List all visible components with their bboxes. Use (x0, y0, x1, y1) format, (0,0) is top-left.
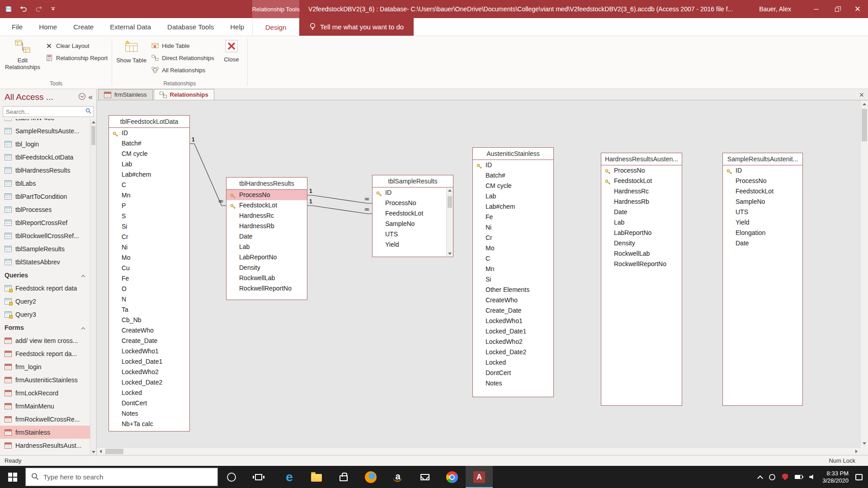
diagram-field-date[interactable]: Date (226, 231, 307, 242)
scroll-up-icon[interactable] (448, 189, 452, 192)
canvas-vertical-scrollbar[interactable] (860, 100, 868, 447)
nav-scrollbar[interactable] (90, 119, 96, 455)
diagram-field-lab-chem[interactable]: Lab#chem (473, 202, 553, 212)
diagram-field-fe[interactable]: Fe (109, 273, 189, 284)
nav-menu-icon[interactable] (78, 93, 86, 102)
tell-me-box[interactable]: Tell me what you want to do (299, 18, 414, 36)
diagram-field-ni[interactable]: Ni (473, 222, 553, 233)
diagram-field-lockedwho2[interactable]: LockedWho2 (109, 367, 189, 377)
diagram-field-labreportno[interactable]: LabReportNo (601, 228, 682, 238)
scroll-down-icon[interactable] (448, 253, 452, 255)
security-shield-icon[interactable] (782, 474, 788, 480)
ribbon-tab-home[interactable]: Home (31, 18, 65, 36)
nav-item-tblhardnessresults[interactable]: tblHardnessResults (0, 164, 90, 177)
table-scrollbar[interactable] (446, 188, 453, 256)
diagram-field-other-elements[interactable]: Other Elements (473, 285, 553, 295)
nav-search-box[interactable] (3, 106, 94, 117)
diagram-field-mn[interactable]: Mn (109, 190, 189, 201)
diagram-field-locked[interactable]: Locked (109, 388, 189, 398)
scroll-down-icon[interactable] (861, 440, 868, 447)
diagram-table-sampleresultsaustenit[interactable]: SampleResultsAustenit...IDProcessNoFeeds… (722, 153, 803, 406)
diagram-field-rockwellreportno[interactable]: RockwellReportNo (601, 259, 682, 269)
scroll-up-icon[interactable] (90, 119, 96, 125)
ribbon-tab-database-tools[interactable]: Database Tools (159, 18, 222, 36)
nav-item-tblreportcrossref[interactable]: tblReportCrossRef (0, 216, 90, 229)
nav-item-tblrockwellcrossref[interactable]: tblRockwellCrossRef... (0, 229, 90, 242)
nav-item-tblprocesses[interactable]: tblProcesses (0, 203, 90, 216)
nav-item-frmlockrecord[interactable]: frmLockRecord (0, 386, 90, 399)
cortana-button[interactable] (218, 466, 245, 488)
diagram-field-batch[interactable]: Batch# (109, 138, 189, 149)
nav-item-query3[interactable]: Query3 (0, 308, 90, 321)
firefox-button[interactable] (357, 466, 384, 488)
nav-item-tbllabs[interactable]: tblLabs (0, 177, 90, 190)
diagram-field-hardnessrb[interactable]: HardnessRb (601, 197, 682, 207)
nav-item-hardnessresultsaust[interactable]: HardnessResultsAust... (0, 439, 90, 452)
diagram-field-hardnessrc[interactable]: HardnessRc (226, 211, 307, 221)
scroll-down-icon[interactable] (90, 449, 96, 455)
diagram-field-feedstocklot[interactable]: FeedstockLot (601, 176, 682, 186)
nav-item-frmrockwellcrossre[interactable]: frmRockwellCrossRe... (0, 413, 90, 426)
nav-item-sampleresultsauste[interactable]: SampleResultsAuste... (0, 124, 90, 137)
amazon-button[interactable] (384, 466, 411, 488)
diagram-field-s[interactable]: S (109, 211, 189, 221)
diagram-field-mo[interactable]: Mo (109, 253, 189, 263)
diagram-field-yield[interactable]: Yield (373, 239, 446, 250)
relationships-canvas[interactable]: 1∞1∞1∞ tblFeedstockLotDataIDBatch#CM cyc… (97, 100, 860, 447)
relationship-report-button[interactable]: Relationship Report (45, 53, 108, 62)
ribbon-tab-file[interactable]: File (4, 18, 31, 36)
nav-item-labs-mw-400[interactable]: Labs MW 400 (0, 119, 90, 124)
table-scrollbar-thumb[interactable] (448, 196, 452, 208)
diagram-field-fe[interactable]: Fe (473, 212, 553, 222)
diagram-field-mo[interactable]: Mo (473, 243, 553, 253)
close-window-button[interactable] (847, 0, 868, 18)
nav-item-tblparttocondition[interactable]: tblPartToCondition (0, 190, 90, 203)
hide-table-button[interactable]: Hide Table (151, 41, 189, 50)
horizontal-scrollbar-thumb[interactable] (105, 449, 123, 454)
close-button[interactable]: Close (217, 38, 246, 63)
diagram-field-processno[interactable]: ProcessNo (373, 198, 446, 208)
diagram-field-lab[interactable]: Lab (601, 217, 682, 228)
diagram-field-cm-cycle[interactable]: CM cycle (473, 181, 553, 191)
diagram-field-n[interactable]: N (109, 294, 189, 305)
diagram-field-rockwellreportno[interactable]: RockwellReportNo (226, 283, 307, 294)
diagram-field-lockedwho1[interactable]: LockedWho1 (473, 316, 553, 326)
diagram-field-si[interactable]: Si (109, 221, 189, 232)
diagram-field-lockedwho2[interactable]: LockedWho2 (473, 337, 553, 347)
diagram-field-lockedwho1[interactable]: LockedWho1 (109, 346, 189, 357)
diagram-field-cm-cycle[interactable]: CM cycle (109, 149, 189, 159)
diagram-table-austeniticstainless[interactable]: AusteniticStainlessIDBatch#CM cycleLabLa… (472, 147, 554, 397)
doc-tab-relationships[interactable]: Relationships (154, 89, 214, 100)
chrome-button[interactable] (439, 466, 466, 488)
diagram-field-rockwelllab[interactable]: RockwellLab (601, 249, 682, 259)
diagram-table-tblhardnessresults[interactable]: tblHardnessResultsProcessNoFeedstockLotH… (226, 177, 307, 300)
ribbon-tab-create[interactable]: Create (65, 18, 102, 36)
nav-item-frmmainmenu[interactable]: frmMainMenu (0, 399, 90, 413)
diagram-field-processno[interactable]: ProcessNo (601, 165, 682, 176)
diagram-field-id[interactable]: ID (109, 128, 189, 138)
minimize-button[interactable] (806, 0, 826, 18)
nav-item-tblfeedstocklotdata[interactable]: tblFeedstockLotData (0, 150, 90, 164)
diagram-field-mn[interactable]: Mn (473, 264, 553, 274)
diagram-field-lab[interactable]: Lab (109, 159, 189, 169)
diagram-field-locked-date2[interactable]: Locked_Date2 (473, 347, 553, 357)
diagram-field-feedstocklot[interactable]: FeedstockLot (373, 208, 446, 219)
diagram-field-nb-ta-calc[interactable]: Nb+Ta calc (109, 419, 189, 429)
direct-relationships-button[interactable]: Direct Relationships (151, 53, 214, 62)
diagram-field-locked-date1[interactable]: Locked_Date1 (109, 357, 189, 367)
diagram-table-tblfeedstocklotdata[interactable]: tblFeedstockLotDataIDBatch#CM cycleLabLa… (108, 115, 190, 432)
show-table-button[interactable]: Show Table (113, 38, 149, 64)
diagram-field-density[interactable]: Density (601, 238, 682, 249)
diagram-field-hardnessrc[interactable]: HardnessRc (601, 186, 682, 197)
ribbon-tab-external-data[interactable]: External Data (102, 18, 159, 36)
nav-item-tblsampleresults[interactable]: tblSampleResults (0, 242, 90, 255)
diagram-field-cr[interactable]: Cr (109, 232, 189, 242)
diagram-field-batch[interactable]: Batch# (473, 170, 553, 181)
diagram-field-ta[interactable]: Ta (109, 305, 189, 315)
edit-relationships-button[interactable]: Edit Relationships (2, 38, 43, 70)
diagram-field-labreportno[interactable]: LabReportNo (226, 252, 307, 263)
diagram-field-p[interactable]: P (109, 201, 189, 211)
nav-item-frmstainless[interactable]: frmStainless (0, 426, 90, 439)
nav-item-frmausteniticstainless[interactable]: frmAusteniticStainless (0, 373, 90, 386)
scroll-right-icon[interactable] (853, 448, 860, 455)
